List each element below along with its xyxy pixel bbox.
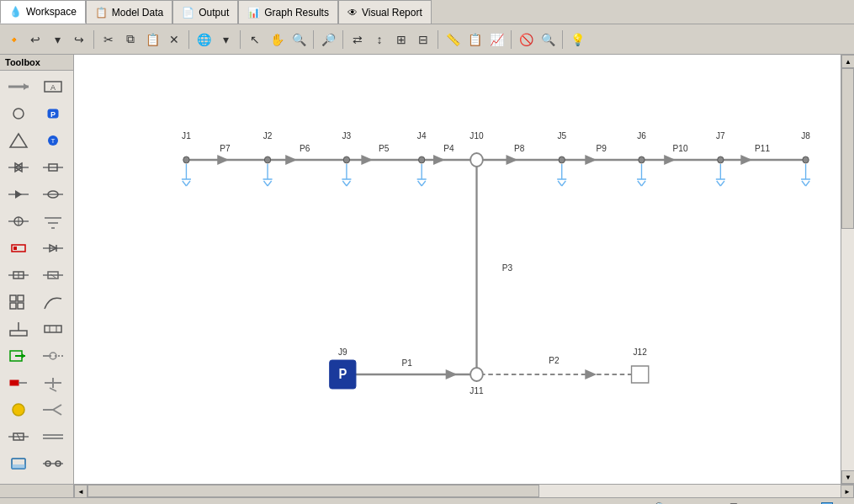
redo-button[interactable]: ↪ (69, 29, 89, 50)
tool-gpv[interactable] (3, 236, 34, 261)
hand-tool[interactable]: ✋ (267, 29, 287, 50)
sep4 (313, 30, 314, 49)
tool-capacitor[interactable] (3, 424, 34, 449)
scroll-up-button[interactable]: ▲ (841, 55, 854, 68)
cut-button[interactable]: ✂ (98, 29, 119, 50)
tool-pipe[interactable] (3, 74, 34, 99)
tool-pbv[interactable] (38, 263, 68, 288)
svg-marker-112 (433, 155, 445, 165)
hscroll-track[interactable] (88, 485, 841, 497)
globe-button[interactable]: 🌐 (194, 29, 214, 50)
svg-text:P4: P4 (443, 143, 454, 153)
tool-junction[interactable] (3, 101, 34, 126)
tab-workspace[interactable]: 💧 Workspace (0, 0, 86, 24)
tool-dim-symbol[interactable] (3, 316, 34, 342)
tool-curve[interactable] (38, 289, 68, 315)
svg-line-108 (806, 181, 810, 186)
sep6 (438, 30, 438, 49)
zoom-out-icon[interactable]: 🔍 (654, 501, 668, 505)
tool-import[interactable] (3, 343, 34, 369)
svg-marker-110 (285, 155, 297, 165)
horizontal-scrollbar[interactable]: ◄ ► (0, 484, 854, 497)
graph-button[interactable]: 📈 (486, 29, 507, 50)
tool-emitter[interactable] (38, 209, 68, 234)
tool-meter[interactable] (38, 343, 68, 369)
move-back-button[interactable]: ⊟ (413, 29, 433, 50)
undo-dropdown[interactable]: ▾ (47, 29, 67, 50)
svg-rect-66 (12, 464, 25, 469)
undo-button[interactable]: ↩ (25, 29, 45, 50)
tool-fcv[interactable] (38, 236, 68, 261)
find-button[interactable]: 🔎 (318, 29, 338, 50)
tool-splitter[interactable] (38, 397, 68, 422)
scroll-down-button[interactable]: ▼ (841, 470, 854, 484)
svg-marker-7 (10, 134, 27, 147)
tool-reservoir[interactable] (3, 128, 34, 153)
hscroll-area[interactable]: ◄ ► (74, 485, 854, 497)
canvas-area[interactable]: ▲ ▼ (74, 55, 854, 484)
svg-point-124 (718, 157, 724, 163)
svg-marker-1 (24, 83, 29, 90)
tool-pump2[interactable] (3, 209, 34, 234)
table-button[interactable]: 📋 (464, 29, 485, 50)
tool-butterfly-valve[interactable] (38, 182, 68, 207)
tab-model-data[interactable]: 📋 Model Data (86, 0, 172, 24)
delete-button[interactable]: ✕ (164, 29, 184, 50)
tab-graph-results[interactable]: 📊 Graph Results (238, 0, 338, 24)
tool-pipe2[interactable] (38, 424, 68, 449)
select-tool[interactable]: ↖ (245, 29, 265, 50)
svg-point-118 (264, 157, 270, 163)
svg-line-84 (268, 181, 272, 186)
network-canvas[interactable]: P J1 J2 J3 J4 J10 J5 J6 J7 J8 J9 J11 J12… (74, 55, 841, 484)
light-button[interactable]: 💡 (567, 29, 587, 50)
tool-pattern[interactable] (3, 289, 34, 315)
svg-line-99 (638, 181, 642, 186)
tool-tank[interactable]: T (38, 128, 68, 153)
tool-valve2[interactable] (38, 155, 68, 180)
tool-label[interactable]: A (38, 74, 68, 99)
tool-misc[interactable] (38, 451, 68, 476)
sep7 (511, 30, 512, 49)
tab-workspace-label: Workspace (26, 6, 77, 18)
copy-button[interactable]: ⧉ (120, 29, 141, 50)
tool-valve1[interactable] (3, 155, 34, 180)
paste-button[interactable]: 📋 (142, 29, 162, 50)
tool-circle[interactable] (3, 397, 34, 422)
fit-icon[interactable]: ⊞ (640, 501, 650, 505)
tab-visual-report-label: Visual Report (362, 7, 422, 19)
dim-button[interactable]: 📏 (443, 29, 463, 50)
svg-marker-47 (22, 353, 25, 358)
tab-output[interactable]: 📄 Output (172, 0, 238, 24)
flip-h-button[interactable]: ⇄ (347, 29, 368, 50)
flip-v-button[interactable]: ↕ (369, 29, 390, 50)
svg-text:P2: P2 (549, 355, 559, 365)
svg-line-58 (53, 405, 61, 410)
svg-text:J2: J2 (263, 130, 273, 141)
tool-pump[interactable]: P (38, 101, 68, 126)
vertical-scrollbar[interactable]: ▲ ▼ (841, 55, 854, 484)
tool-flow-meter[interactable] (38, 316, 68, 342)
tool-pump3[interactable] (3, 370, 34, 395)
hscroll-thumb[interactable] (88, 485, 539, 497)
zoom-tool[interactable]: 🔍 (289, 29, 309, 50)
output-icon: 📄 (182, 7, 194, 19)
tab-visual-report[interactable]: 👁 Visual Report (338, 0, 432, 24)
tool-demand[interactable] (38, 370, 68, 395)
no-sign-button[interactable]: 🚫 (516, 29, 536, 50)
globe-dropdown[interactable]: ▾ (215, 29, 236, 50)
tool-tank2[interactable] (3, 451, 34, 476)
svg-text:P: P (50, 110, 55, 119)
svg-point-4 (13, 109, 24, 119)
new-button[interactable]: 🔸 (3, 29, 24, 50)
hscroll-left-button[interactable]: ◄ (74, 485, 88, 498)
hscroll-corner (0, 485, 74, 497)
query-button[interactable]: 🔍 (538, 29, 558, 50)
tool-check-valve[interactable] (3, 182, 34, 207)
sep1 (93, 30, 94, 49)
move-front-button[interactable]: ⊞ (391, 29, 411, 50)
svg-marker-16 (15, 190, 22, 199)
hscroll-right-button[interactable]: ► (841, 485, 854, 498)
svg-line-91 (418, 181, 422, 186)
tool-tcv[interactable] (3, 263, 34, 288)
svg-line-59 (53, 410, 61, 415)
